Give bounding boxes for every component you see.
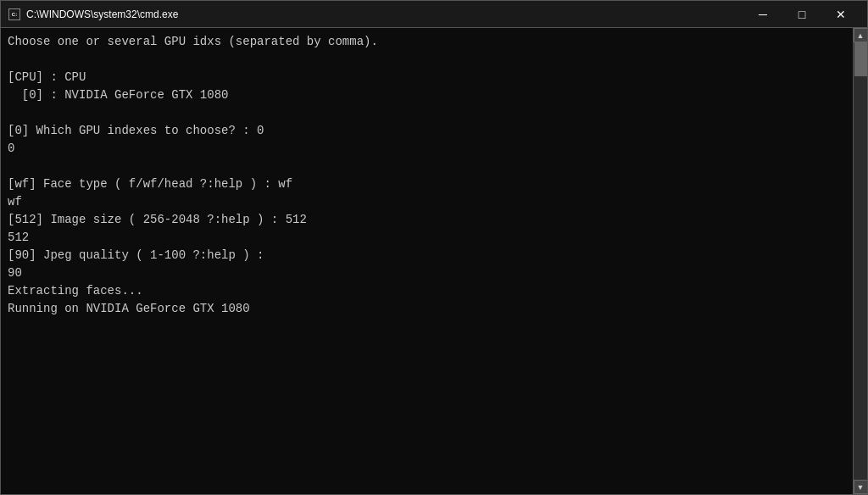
terminal-output[interactable]: Choose one or several GPU idxs (separate… — [1, 28, 853, 494]
scrollbar-thumb[interactable] — [854, 42, 867, 76]
maximize-button[interactable]: □ — [782, 1, 821, 28]
cmd-window: C:\WINDOWS\system32\cmd.exe ─ □ ✕ Choose… — [0, 0, 868, 495]
scroll-up-button[interactable]: ▲ — [854, 28, 868, 42]
window-controls: ─ □ ✕ — [743, 1, 860, 28]
cmd-icon — [8, 8, 20, 20]
scrollbar-track — [854, 42, 867, 480]
window-body: Choose one or several GPU idxs (separate… — [1, 28, 867, 494]
title-bar: C:\WINDOWS\system32\cmd.exe ─ □ ✕ — [1, 1, 867, 28]
title-bar-left: C:\WINDOWS\system32\cmd.exe — [8, 8, 178, 21]
close-button[interactable]: ✕ — [821, 1, 860, 28]
scrollbar[interactable]: ▲ ▼ — [853, 28, 867, 494]
window-title: C:\WINDOWS\system32\cmd.exe — [26, 8, 178, 20]
window-icon — [8, 8, 21, 21]
scroll-down-button[interactable]: ▼ — [854, 480, 868, 494]
minimize-button[interactable]: ─ — [743, 1, 782, 28]
